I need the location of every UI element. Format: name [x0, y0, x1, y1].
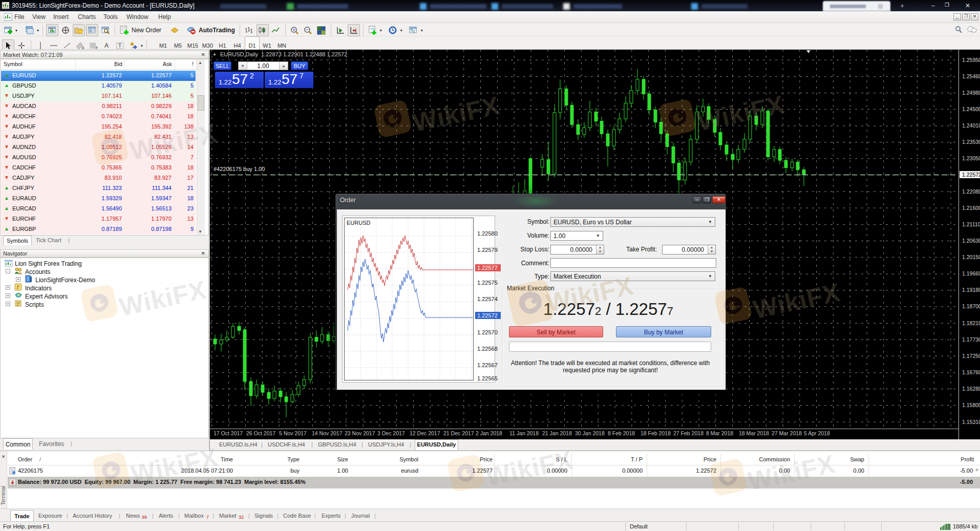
svg-text:F: F	[96, 46, 98, 50]
svg-text:T: T	[118, 43, 121, 49]
svg-text:E: E	[82, 46, 84, 50]
svg-text:A: A	[104, 42, 109, 49]
